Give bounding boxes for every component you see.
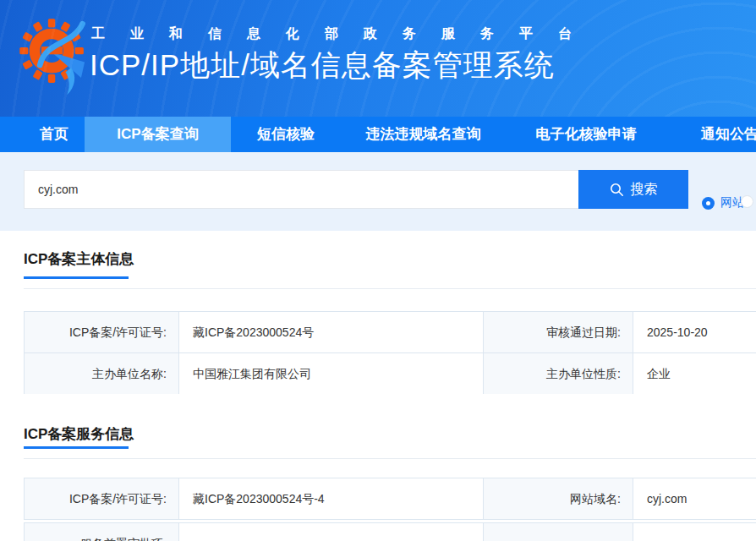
label-icp-license-number: ICP备案/许可证号: xyxy=(25,312,179,352)
service-info-table: ICP备案/许可证号: 藏ICP备2023000524号-4 网站域名: cyj… xyxy=(24,478,756,520)
subject-title-accent xyxy=(24,276,129,279)
label-service-preapproval-item: 服务前置审批项: xyxy=(25,523,179,541)
nav-item-icp-query[interactable]: ICP备案查询 xyxy=(85,117,231,152)
system-title: ICP/IP地址/域名信息备案管理系统 xyxy=(90,46,555,85)
main-nav: 首页 ICP备案查询 短信核验 违法违规域名查询 电子化核验申请 通知公告 xyxy=(0,117,756,152)
search-section: 搜索 网站 xyxy=(0,152,756,231)
nav-item-notices[interactable]: 通知公告 xyxy=(666,117,756,152)
value-review-pass-date: 2025-10-20 xyxy=(633,312,756,352)
value-organizer-nature: 企业 xyxy=(633,353,756,394)
label-service-icp-license-number: ICP备案/许可证号: xyxy=(25,478,179,519)
value-service-icp-license-number: 藏ICP备2023000524号-4 xyxy=(179,478,484,519)
value-icp-license-number: 藏ICP备2023000524号 xyxy=(179,312,484,352)
nav-item-illegal-domain-query[interactable]: 违法违规域名查询 xyxy=(341,117,506,152)
nav-item-home[interactable]: 首页 xyxy=(24,117,85,152)
nav-item-electronic-verification[interactable]: 电子化核验申请 xyxy=(506,117,666,152)
subject-info-table: ICP备案/许可证号: 藏ICP备2023000524号 审核通过日期: 202… xyxy=(24,311,756,394)
miit-e-logo-icon xyxy=(19,10,90,101)
service-info-table-partial-row: 服务前置审批项: xyxy=(24,522,756,541)
radio-website-selected[interactable] xyxy=(702,197,715,210)
service-title-accent xyxy=(24,446,129,449)
label-empty xyxy=(484,523,633,541)
label-organizer-name: 主办单位名称: xyxy=(25,353,179,394)
search-button-label: 搜索 xyxy=(631,181,658,199)
nav-item-sms-verify[interactable]: 短信核验 xyxy=(231,117,341,152)
label-organizer-nature: 主办单位性质: xyxy=(484,353,633,394)
radio-next-option-partial[interactable] xyxy=(741,195,753,208)
value-empty xyxy=(633,523,756,541)
service-section-title: ICP备案服务信息 xyxy=(24,424,134,444)
value-website-domain: cyj.com xyxy=(633,478,756,519)
magnifier-icon xyxy=(610,183,624,197)
icp-filing-query-page: 工业和信息化部政务服务平台 ICP/IP地址/域名信息备案管理系统 首页 ICP… xyxy=(0,0,756,541)
subject-section-title: ICP备案主体信息 xyxy=(24,249,134,269)
label-website-domain: 网站域名: xyxy=(484,478,633,519)
label-review-pass-date: 审核通过日期: xyxy=(484,312,633,352)
table-row: 服务前置审批项: xyxy=(25,523,756,541)
service-section-divider xyxy=(24,458,756,459)
platform-title: 工业和信息化部政务服务平台 xyxy=(91,25,597,43)
search-input[interactable] xyxy=(24,170,578,209)
value-organizer-name: 中国雅江集团有限公司 xyxy=(179,353,484,394)
search-type-radio-group: 网站 xyxy=(702,195,744,210)
header-banner: 工业和信息化部政务服务平台 ICP/IP地址/域名信息备案管理系统 xyxy=(0,0,756,117)
search-button[interactable]: 搜索 xyxy=(578,170,688,209)
value-service-preapproval-item xyxy=(179,523,484,541)
table-row: ICP备案/许可证号: 藏ICP备2023000524号 审核通过日期: 202… xyxy=(25,312,756,352)
table-row: ICP备案/许可证号: 藏ICP备2023000524号-4 网站域名: cyj… xyxy=(25,478,756,519)
table-row: 主办单位名称: 中国雅江集团有限公司 主办单位性质: 企业 xyxy=(25,352,756,393)
subject-section-divider xyxy=(24,288,756,289)
